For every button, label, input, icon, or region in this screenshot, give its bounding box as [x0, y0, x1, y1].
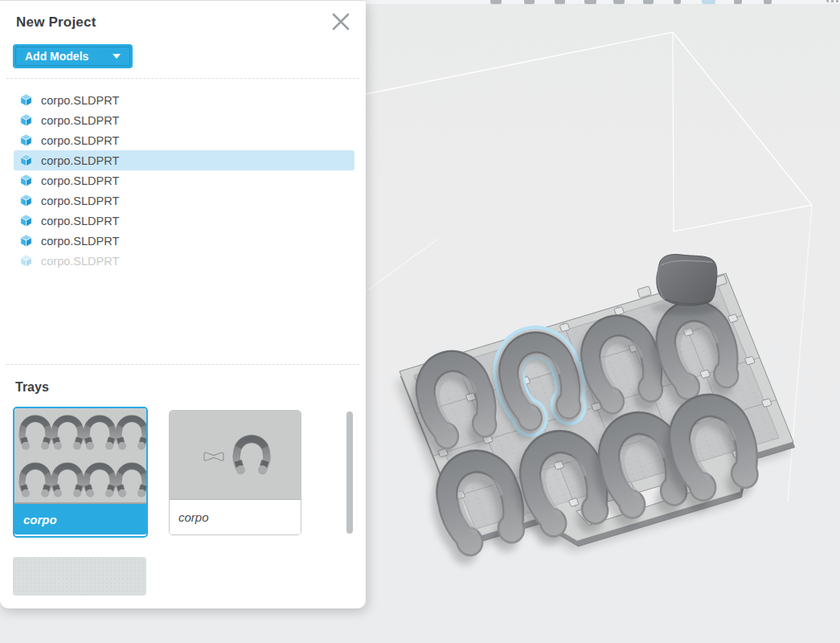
cube-3d-icon — [19, 254, 33, 268]
cube-3d-icon — [19, 234, 33, 248]
trays-section-title: Trays — [15, 380, 49, 395]
cube-3d-icon — [19, 133, 33, 147]
tray-thumb-part — [236, 438, 268, 474]
file-name: corpo.SLDPRT — [41, 114, 119, 127]
trays-scrollbar[interactable] — [346, 412, 353, 534]
file-row[interactable]: corpo.SLDPRT — [14, 211, 354, 231]
tray-placeholder-card — [13, 557, 146, 596]
cube-3d-icon — [19, 113, 33, 127]
add-models-button[interactable]: Add Models — [13, 44, 133, 68]
bowtie-outline-icon — [204, 453, 223, 461]
divider — [6, 364, 359, 365]
file-row[interactable]: corpo.SLDPRT — [14, 190, 354, 211]
new-project-panel: New Project Add Models corpo.SLDPRT corp… — [0, 0, 366, 608]
close-icon — [330, 11, 351, 32]
cube-3d-icon — [19, 194, 33, 207]
tray-label: corpo — [14, 504, 146, 534]
tray-thumb-parts — [22, 418, 145, 497]
cube-3d-icon — [19, 174, 33, 187]
tray-card-selected[interactable]: corpo — [13, 407, 148, 538]
divider — [6, 78, 359, 79]
caret-down-icon — [113, 54, 121, 59]
file-name: corpo.SLDPRT — [41, 134, 119, 147]
file-row-disabled[interactable]: corpo.SLDPRT — [14, 251, 354, 271]
close-button[interactable] — [326, 7, 355, 36]
tray-label: corpo — [170, 500, 301, 534]
file-list: corpo.SLDPRT corpo.SLDPRT corpo.SLDPRT c… — [14, 90, 354, 271]
add-models-label: Add Models — [25, 50, 88, 63]
file-name: corpo.SLDPRT — [41, 235, 119, 248]
cube-3d-icon — [19, 214, 33, 227]
tray-thumbnail — [14, 408, 146, 504]
file-name: corpo.SLDPRT — [41, 195, 119, 207]
tray-thumbnail — [170, 411, 301, 500]
cube-3d-icon — [19, 93, 33, 107]
file-row[interactable]: corpo.SLDPRT — [14, 110, 354, 130]
file-name: corpo.SLDPRT — [41, 94, 119, 107]
file-row[interactable]: corpo.SLDPRT — [14, 90, 354, 110]
file-name: corpo.SLDPRT — [41, 255, 119, 268]
file-row[interactable]: corpo.SLDPRT — [14, 130, 354, 150]
page-title: New Project — [16, 14, 96, 31]
file-row[interactable]: corpo.SLDPRT — [14, 170, 354, 190]
file-row-selected[interactable]: corpo.SLDPRT — [14, 150, 354, 170]
file-name: corpo.SLDPRT — [41, 215, 119, 227]
cube-3d-icon — [19, 154, 33, 167]
file-name: corpo.SLDPRT — [41, 154, 119, 167]
tray-card[interactable]: corpo — [169, 410, 301, 535]
file-row[interactable]: corpo.SLDPRT — [14, 231, 354, 251]
file-name: corpo.SLDPRT — [41, 174, 119, 187]
